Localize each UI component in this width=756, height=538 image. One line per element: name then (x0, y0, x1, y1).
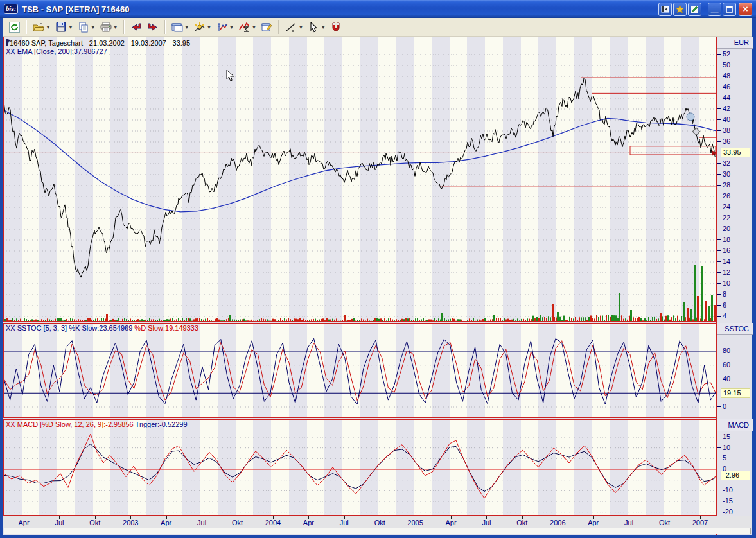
open-button[interactable]: ▼ (30, 19, 53, 35)
axis-tick (717, 379, 721, 379)
dock-button[interactable] (658, 3, 672, 16)
time-axis-label: Apr (445, 519, 456, 526)
dropdown-arrow-icon[interactable]: ▼ (46, 24, 51, 30)
axis-tick (717, 458, 721, 458)
axis-tick (717, 87, 721, 87)
axis-tick (717, 305, 721, 306)
edit-button[interactable] (688, 3, 701, 16)
dropdown-arrow-icon[interactable]: ▼ (229, 24, 234, 30)
favorites-button[interactable] (673, 3, 687, 16)
axis-tick-label: 4 (723, 313, 726, 320)
price-chart-canvas[interactable] (4, 37, 716, 322)
axis-tick-label: 50 (723, 62, 730, 69)
dropdown-arrow-icon[interactable]: ▼ (68, 24, 73, 30)
dropdown-arrow-icon[interactable]: ▼ (184, 24, 189, 30)
macd-trigger-label: Trigger:-0.52299 (136, 421, 188, 428)
axis-tick-label: 52 (723, 51, 730, 58)
refresh-button[interactable] (6, 19, 22, 35)
toolbar-separator (123, 20, 125, 34)
axis-tick (717, 98, 721, 98)
chart-back-button[interactable] (128, 19, 145, 35)
axis-tick-label: 14 (723, 258, 730, 265)
axis-tick-label: 0 (723, 403, 726, 410)
macd-chart-canvas[interactable] (4, 420, 716, 516)
axis-tick (717, 272, 721, 273)
axis-tick-label: 80 (723, 347, 730, 354)
time-axis-label: 2006 (550, 519, 565, 526)
axis-tick (717, 437, 721, 437)
circle-annotation (687, 113, 694, 121)
dropdown-arrow-icon[interactable]: ▼ (251, 24, 256, 30)
macd-value-label: XX MACD [%D Slow, 12, 26, 9]:-2.95856 (6, 421, 136, 428)
time-axis-label: 2004 (265, 519, 281, 526)
time-axis-label: Jul (624, 519, 633, 526)
axis-tick (717, 250, 721, 251)
axis-tick (717, 185, 721, 186)
chart-back-icon (130, 21, 143, 33)
magnet-icon (330, 21, 342, 33)
axis-tick (717, 501, 721, 501)
diamond-annotation (692, 128, 699, 135)
sstoc-k-label: XX SSTOC [5, 3, 3] %K Slow:23.654969 (6, 324, 134, 332)
dropdown-arrow-icon[interactable]: ▼ (91, 24, 96, 30)
axis-tick (717, 218, 721, 218)
chart-type-button[interactable]: ▼ (191, 19, 214, 35)
window-layout-button[interactable]: ▼ (169, 19, 191, 35)
time-axis-label: Jul (340, 519, 349, 526)
axis-tick-label: 30 (723, 171, 730, 178)
horizontal-scrollbar[interactable] (4, 528, 751, 534)
axis-tick-label: 26 (723, 193, 730, 200)
dropdown-arrow-icon[interactable]: ▼ (298, 24, 303, 30)
axis-tick-label: 38 (723, 127, 730, 134)
pointer-button[interactable]: ▼ (305, 19, 328, 35)
macd-panel[interactable]: XX MACD [%D Slow, 12, 26, 9]:-2.95856 Tr… (3, 419, 716, 516)
dropdown-arrow-icon[interactable]: ▼ (321, 24, 326, 30)
chart-forward-button[interactable] (145, 19, 161, 35)
signals-button[interactable]: ▼ (236, 19, 258, 35)
axis-tick (717, 294, 721, 295)
chart-title-row: 716460 SAP, Tageschart - 21.03.2002 - 19… (6, 39, 190, 47)
axis-tick-label: 60 (723, 361, 730, 369)
axis-tick (717, 196, 721, 196)
time-axis-label: Apr (161, 519, 171, 526)
axis-tick (717, 65, 721, 65)
axis-tick (717, 130, 721, 131)
axis-tick-label: 42 (723, 105, 730, 112)
axis-tick (717, 174, 721, 175)
print-button[interactable]: ▼ (98, 19, 120, 35)
open-icon (32, 21, 45, 33)
axis-tick-label: 36 (723, 138, 730, 145)
draw-line-button[interactable]: ▼ (283, 19, 305, 35)
axis-header-macd: MACD (717, 419, 753, 431)
stochastic-panel[interactable]: XX SSTOC [5, 3, 3] %K Slow:23.654969 %D … (3, 323, 716, 418)
indicators-button[interactable]: ▼ (214, 19, 236, 35)
chart-region: 716460 SAP, Tageschart - 21.03.2002 - 19… (3, 37, 752, 535)
title-bar[interactable]: bis: TSB - SAP [XETRA] 716460 —× (0, 0, 756, 18)
axis-tick (717, 447, 721, 448)
indicators-icon (216, 21, 229, 33)
axis-tick-label: 48 (723, 73, 730, 80)
chart-title: 716460 SAP, Tageschart - 21.03.2002 - 19… (6, 39, 190, 47)
window-layout-icon (171, 21, 184, 33)
dropdown-arrow-icon[interactable]: ▼ (113, 24, 118, 30)
minimize-button[interactable]: — (708, 3, 721, 16)
main-chart-panel[interactable]: 716460 SAP, Tageschart - 21.03.2002 - 19… (3, 37, 716, 322)
save-button[interactable]: ▼ (53, 19, 75, 35)
sstoc-chart-canvas[interactable] (4, 324, 716, 418)
signals-icon (238, 21, 251, 33)
axis-tick-label: 8 (723, 291, 726, 298)
sstoc-value-tag: 19.15 (721, 388, 750, 398)
close-button[interactable]: × (739, 3, 752, 16)
axis-tick-label: -15 (723, 498, 733, 505)
chart-type-icon (193, 21, 206, 33)
copy-button[interactable]: ▼ (75, 19, 98, 35)
properties-button[interactable] (258, 19, 275, 35)
time-axis-label: Okt (659, 519, 670, 526)
dropdown-arrow-icon[interactable]: ▼ (207, 24, 212, 30)
app-window: bis: TSB - SAP [XETRA] 716460 —× ▼▼▼▼▼▼▼… (0, 0, 756, 538)
axis-tick (717, 351, 721, 351)
toolbar-separator (164, 20, 166, 34)
maximize-button[interactable] (723, 3, 736, 16)
magnet-button[interactable] (328, 19, 344, 35)
axis-tick-label: 24 (723, 204, 730, 211)
